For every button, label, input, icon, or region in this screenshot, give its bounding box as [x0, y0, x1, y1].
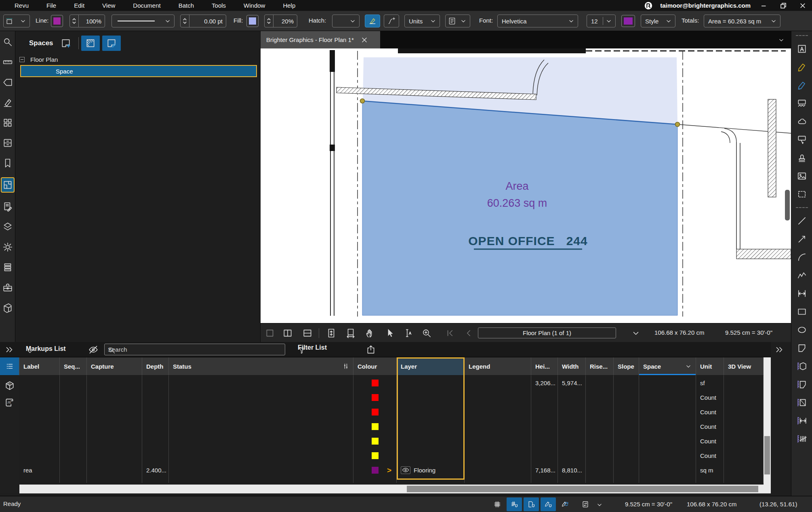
menu-window[interactable]: Window	[235, 0, 274, 11]
cloud-tool-icon[interactable]	[796, 116, 808, 127]
filter-list-button[interactable]: Filter List	[298, 344, 327, 351]
properties-icon[interactable]	[2, 242, 14, 252]
select-icon[interactable]	[383, 327, 397, 339]
collapse-icon[interactable]	[19, 57, 25, 62]
synchronize-views-button[interactable]	[578, 497, 593, 511]
add-space-icon[interactable]	[59, 37, 73, 49]
restore-button[interactable]	[777, 1, 789, 10]
filter-sliders-icon[interactable]	[342, 362, 350, 370]
units-dropdown[interactable]: Units	[404, 15, 440, 27]
line-width-stepper[interactable]: 0.00 pt	[180, 15, 226, 27]
stamp-tool-icon[interactable]	[796, 153, 808, 163]
polygon-tool-icon[interactable]	[796, 343, 808, 353]
column-header-space[interactable]: Space	[639, 357, 696, 376]
scrollbar-thumb[interactable]	[764, 436, 770, 474]
search-input[interactable]	[108, 346, 282, 353]
font-size-dropdown[interactable]: 12	[587, 15, 616, 27]
style-dropdown[interactable]: Style	[641, 15, 675, 27]
snap-to-markup-button[interactable]	[541, 497, 556, 511]
markup-row[interactable]: Count	[19, 405, 764, 419]
markup-row[interactable]: Count	[19, 419, 764, 434]
markup-row[interactable]: Count	[19, 434, 764, 448]
ellipse-tool-icon[interactable]	[796, 325, 808, 335]
menu-revu[interactable]: Revu	[6, 0, 38, 11]
select-text-icon[interactable]	[401, 327, 415, 339]
line-color-swatch[interactable]	[51, 15, 63, 27]
close-button[interactable]	[797, 1, 809, 10]
colour-swatch[interactable]	[372, 452, 379, 459]
column-header-status[interactable]: Status	[169, 357, 353, 376]
measure-polygon-tool-icon[interactable]	[796, 379, 808, 390]
studio-icon[interactable]	[2, 302, 14, 313]
tool-chest-icon[interactable]	[2, 282, 14, 293]
markups-title[interactable]: Markups List	[26, 345, 66, 353]
markup-row[interactable]: Count	[19, 448, 764, 463]
column-header-legend[interactable]: Legend	[465, 357, 531, 376]
colour-swatch[interactable]	[372, 394, 379, 401]
column-header-unit[interactable]: Unit	[696, 357, 724, 376]
summary-export-icon[interactable]	[366, 344, 376, 355]
fit-page-icon[interactable]	[324, 327, 338, 339]
edit-spaces-button[interactable]	[102, 36, 121, 51]
text-tool-icon[interactable]	[796, 44, 808, 54]
highlight-tool-icon[interactable]	[796, 62, 808, 72]
space-handle-left[interactable]	[360, 99, 365, 103]
space-handle-right[interactable]	[675, 122, 680, 127]
tab-overflow-chevron-icon[interactable]	[777, 36, 785, 44]
fill-opacity-stepper[interactable]: 20%	[264, 15, 297, 27]
single-page-view-icon[interactable]	[263, 327, 277, 339]
split-horizontal-icon[interactable]	[301, 327, 314, 339]
line-opacity-stepper[interactable]: 100%	[69, 15, 105, 27]
stepper-arrows-icon[interactable]	[265, 15, 273, 27]
hatch-dropdown[interactable]	[332, 15, 360, 27]
thumbnails-icon[interactable]	[2, 118, 14, 128]
scrollbar-thumb[interactable]	[407, 486, 758, 492]
split-vertical-icon[interactable]	[281, 327, 295, 339]
collapse-panel-icon[interactable]	[774, 344, 785, 355]
colour-swatch[interactable]	[372, 409, 379, 415]
tree-item-space-selected[interactable]: Space	[20, 65, 257, 77]
status-options-chevron-icon[interactable]	[595, 501, 604, 509]
tool-preset-dropdown[interactable]	[3, 15, 30, 27]
arrow-tool-icon[interactable]	[796, 234, 808, 244]
markups-horizontal-scrollbar[interactable]	[19, 485, 764, 493]
reuse-markup-button[interactable]	[557, 497, 573, 511]
document-tab[interactable]: Brighter Graphics - Floor Plan 1*	[261, 31, 380, 48]
colour-swatch[interactable]	[372, 467, 379, 474]
rectangle-tool-icon[interactable]	[796, 306, 808, 317]
snap-to-document-button[interactable]	[524, 497, 539, 511]
column-header-label[interactable]: Label	[19, 357, 60, 376]
menu-view[interactable]: View	[93, 0, 124, 11]
dynamic-fill-button[interactable]	[384, 15, 399, 27]
column-header-layer[interactable]: Layer	[397, 357, 465, 376]
column-header-hei-[interactable]: Hei...	[531, 357, 558, 376]
callout-underline-tool-icon[interactable]	[796, 98, 808, 109]
grid-button[interactable]	[490, 497, 505, 511]
drawing-canvas[interactable]: Area 60.263 sq m OPEN OFFICE 244	[261, 48, 791, 323]
colour-swatch[interactable]	[372, 438, 379, 445]
column-header-width[interactable]: Width	[558, 357, 586, 376]
colour-swatch[interactable]	[372, 380, 379, 386]
sets-icon[interactable]	[2, 262, 14, 273]
column-header-slope[interactable]: Slope	[614, 357, 639, 376]
arc-tool-icon[interactable]	[796, 252, 808, 262]
measure-area-tool-icon[interactable]	[796, 397, 808, 408]
font-family-dropdown[interactable]: Helvetica	[497, 15, 578, 27]
search-icon[interactable]	[2, 37, 14, 47]
fit-width-icon[interactable]	[344, 327, 358, 339]
column-header-capture[interactable]: Capture	[87, 357, 142, 376]
menu-tools[interactable]: Tools	[203, 0, 235, 11]
measure-length-tool-icon[interactable]	[796, 415, 808, 426]
canvas-vertical-scrollbar[interactable]	[785, 190, 790, 220]
snap-to-grid-button[interactable]	[507, 497, 522, 511]
javascript-console-icon[interactable]: JS	[4, 397, 15, 408]
calibrate-button[interactable]	[365, 15, 380, 27]
page-indicator[interactable]: Floor Plan (1 of 1)	[478, 327, 616, 338]
close-tab-icon[interactable]	[360, 36, 368, 44]
menu-file[interactable]: File	[38, 0, 65, 11]
stepper-arrows-icon[interactable]	[70, 15, 79, 27]
minimize-button[interactable]	[758, 1, 770, 10]
column-header-3d-view[interactable]: 3D View	[724, 357, 764, 376]
measurements-icon[interactable]	[2, 57, 14, 67]
markup-row[interactable]: 3,206...5,974...sf	[19, 376, 764, 390]
